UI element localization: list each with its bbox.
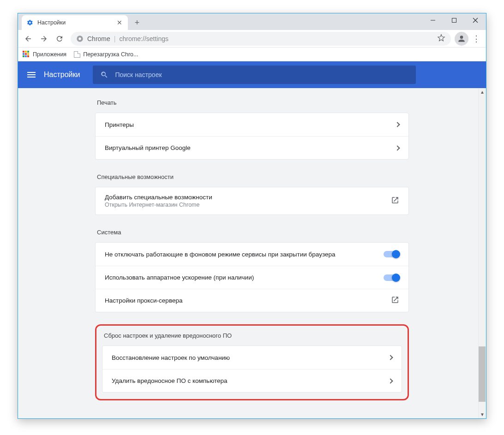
close-window-button[interactable] xyxy=(465,13,486,27)
search-input[interactable] xyxy=(115,71,408,78)
chevron-right-icon xyxy=(395,122,400,127)
browser-window: Настройки ✕ + Chrome | chrome://settings xyxy=(18,13,486,419)
page-icon xyxy=(74,51,80,58)
apps-grid-icon xyxy=(23,51,30,58)
search-icon xyxy=(100,71,108,79)
reload-button[interactable] xyxy=(52,31,67,46)
bookmark-item[interactable]: Перезагрузка Chro... xyxy=(74,51,138,58)
omnibox-url: chrome://settings xyxy=(119,35,168,42)
toggle-switch[interactable] xyxy=(384,251,399,257)
row-restore-defaults[interactable]: Восстановление настроек по умолчанию xyxy=(102,346,402,369)
chrome-icon xyxy=(76,35,84,42)
row-printers[interactable]: Принтеры xyxy=(96,113,408,136)
card-system: Не отключать работающие в фоновом режиме… xyxy=(95,242,409,312)
scroll-thumb[interactable] xyxy=(479,346,486,402)
row-cleanup-computer[interactable]: Удалить вредоносное ПО с компьютера xyxy=(102,369,402,392)
address-bar[interactable]: Chrome | chrome://settings xyxy=(71,32,451,46)
window-controls xyxy=(422,13,486,27)
minimize-button[interactable] xyxy=(422,13,444,27)
settings-body: ▲ ▼ Печать Принтеры Виртуальный принтер … xyxy=(18,88,486,418)
external-link-icon xyxy=(391,296,399,305)
chevron-right-icon xyxy=(388,355,393,360)
row-label: Восстановление настроек по умолчанию xyxy=(112,354,389,361)
row-label: Настройки прокси-сервера xyxy=(105,297,391,304)
menu-icon[interactable] xyxy=(27,72,36,77)
row-proxy-settings[interactable]: Настройки прокси-сервера xyxy=(96,289,408,312)
browser-tab-settings[interactable]: Настройки ✕ xyxy=(22,15,128,30)
apps-shortcut[interactable]: Приложения xyxy=(23,51,66,58)
svg-point-5 xyxy=(78,37,81,40)
tab-strip: Настройки ✕ + xyxy=(18,13,144,30)
row-label: Добавить специальные возможности xyxy=(105,194,391,201)
row-background-services[interactable]: Не отключать работающие в фоновом режиме… xyxy=(96,243,408,266)
section-title-print: Печать xyxy=(97,99,407,106)
settings-page: Настройки ▲ ▼ Печать Принтеры xyxy=(18,61,486,418)
section-title-system: Система xyxy=(97,229,407,236)
forward-button[interactable] xyxy=(36,31,51,46)
card-reset: Восстановление настроек по умолчанию Уда… xyxy=(102,346,402,393)
card-print: Принтеры Виртуальный принтер Google xyxy=(95,113,409,160)
toggle-switch[interactable] xyxy=(384,274,399,281)
profile-button[interactable] xyxy=(455,32,468,46)
apps-label: Приложения xyxy=(33,51,66,58)
close-tab-icon[interactable]: ✕ xyxy=(116,19,123,26)
scroll-up-arrow[interactable]: ▲ xyxy=(479,88,486,96)
bookmark-label: Перезагрузка Chro... xyxy=(83,51,138,58)
chevron-right-icon xyxy=(395,145,400,150)
bookmarks-bar: Приложения Перезагрузка Chro... xyxy=(18,48,486,61)
row-cloud-print[interactable]: Виртуальный принтер Google xyxy=(96,136,408,159)
row-add-accessibility[interactable]: Добавить специальные возможности Открыть… xyxy=(96,187,408,215)
menu-button[interactable]: ⋮ xyxy=(469,34,483,44)
nav-toolbar: Chrome | chrome://settings ⋮ xyxy=(18,30,486,48)
settings-search[interactable] xyxy=(93,66,416,84)
scrollbar[interactable]: ▲ ▼ xyxy=(478,88,486,418)
tab-title: Настройки xyxy=(37,19,116,26)
page-title: Настройки xyxy=(44,71,80,79)
omnibox-scheme-label: Chrome xyxy=(87,35,110,42)
omnibox-separator: | xyxy=(114,35,116,42)
chevron-right-icon xyxy=(388,378,393,383)
svg-rect-1 xyxy=(452,18,456,23)
gear-icon xyxy=(26,19,34,26)
maximize-button[interactable] xyxy=(444,13,465,27)
settings-content: Печать Принтеры Виртуальный принтер Goog… xyxy=(95,88,409,418)
bookmark-star-icon[interactable] xyxy=(437,34,445,43)
external-link-icon xyxy=(391,196,399,206)
highlight-reset-section: Сброс настроек и удаление вредоносного П… xyxy=(95,324,409,400)
scroll-down-arrow[interactable]: ▼ xyxy=(479,411,486,418)
row-label: Принтеры xyxy=(105,121,396,128)
row-sublabel: Открыть Интернет-магазин Chrome xyxy=(105,202,391,208)
back-button[interactable] xyxy=(21,31,36,46)
row-label: Не отключать работающие в фоновом режиме… xyxy=(105,251,384,258)
section-title-accessibility: Специальные возможности xyxy=(97,173,407,180)
row-label: Использовать аппаратное ускорение (при н… xyxy=(105,274,384,281)
row-label: Виртуальный принтер Google xyxy=(105,144,396,151)
row-hardware-accel[interactable]: Использовать аппаратное ускорение (при н… xyxy=(96,266,408,289)
card-accessibility: Добавить специальные возможности Открыть… xyxy=(95,187,409,215)
settings-header: Настройки xyxy=(18,61,486,88)
row-label: Удалить вредоносное ПО с компьютера xyxy=(112,377,389,384)
titlebar: Настройки ✕ + xyxy=(18,13,486,30)
new-tab-button[interactable]: + xyxy=(131,16,144,29)
section-title-reset: Сброс настроек и удаление вредоносного П… xyxy=(104,332,400,339)
